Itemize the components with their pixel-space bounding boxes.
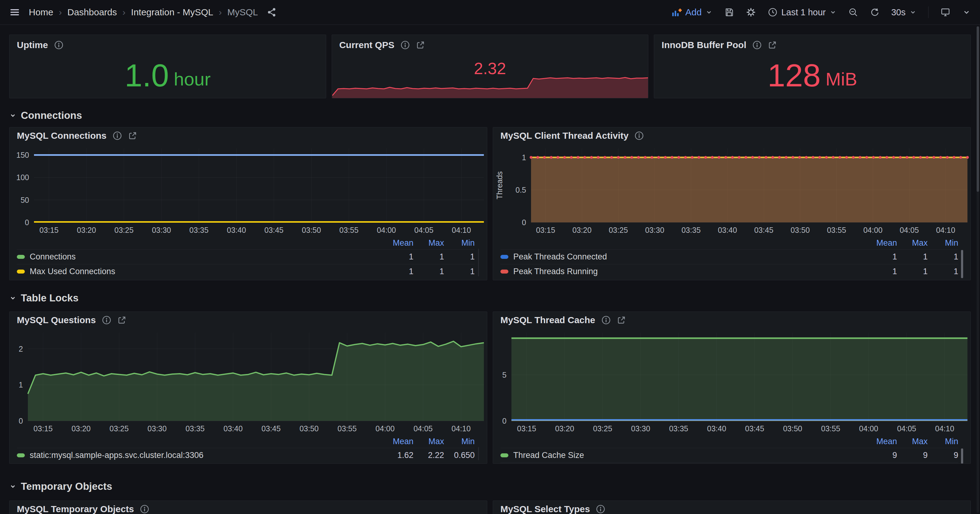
svg-text:03:25: 03:25 (609, 226, 628, 234)
legend-label[interactable]: Max Used Connections (30, 267, 383, 276)
panel-mysql-thread-cache: MySQL Thread Cache 03:1503:2003:2503:300… (493, 312, 971, 464)
magnifier-minus-icon (848, 7, 858, 17)
add-button[interactable]: Add (671, 7, 713, 18)
legend-header-max[interactable]: Max (414, 238, 444, 248)
panel-title[interactable]: InnoDB Buffer Pool (662, 40, 746, 50)
svg-text:03:40: 03:40 (224, 424, 243, 433)
refresh-button[interactable] (870, 7, 880, 17)
svg-text:03:25: 03:25 (593, 424, 612, 433)
panel-title[interactable]: MySQL Client Thread Activity (500, 130, 628, 141)
panel-title[interactable]: MySQL Connections (17, 130, 107, 141)
menu-button[interactable] (9, 7, 20, 18)
section-header-temporary-objects[interactable]: Temporary Objects (9, 480, 971, 493)
svg-text:2: 2 (19, 345, 23, 353)
legend-header-mean[interactable]: Mean (383, 238, 414, 248)
svg-text:03:45: 03:45 (264, 226, 283, 234)
svg-text:Threads: Threads (495, 171, 504, 199)
info-icon[interactable] (140, 504, 149, 514)
legend-header-min[interactable]: Min (444, 238, 475, 248)
legend-header-max[interactable]: Max (414, 437, 444, 446)
legend-label[interactable]: static:mysql.sample-apps.svc.cluster.loc… (30, 450, 383, 460)
svg-text:03:30: 03:30 (148, 424, 167, 433)
legend-header-min[interactable]: Min (928, 437, 958, 446)
panel-title[interactable]: MySQL Questions (17, 315, 96, 325)
chevron-down-icon (9, 294, 16, 302)
kiosk-mode-button[interactable] (940, 7, 951, 18)
legend-header-mean[interactable]: Mean (383, 437, 414, 446)
info-icon[interactable] (102, 315, 111, 325)
chart-mysql-client-thread-activity[interactable]: 03:1503:2003:2503:3003:3503:4003:4503:50… (493, 144, 970, 237)
info-icon[interactable] (596, 504, 605, 514)
legend-value-max: 2.22 (414, 450, 444, 460)
svg-text:03:40: 03:40 (707, 424, 726, 433)
legend-scrollbar[interactable] (478, 249, 479, 276)
legend-scrollbar[interactable] (961, 449, 963, 464)
legend-header-mean[interactable]: Mean (866, 238, 897, 248)
chart-mysql-connections[interactable]: 03:1503:2003:2503:3003:3503:4003:4503:50… (10, 144, 487, 237)
svg-text:03:35: 03:35 (669, 424, 689, 433)
legend-row: Peak Threads Running 1 1 1 (500, 264, 958, 279)
legend: Mean Max Min static:mysql.sample-apps.sv… (10, 435, 487, 463)
save-dashboard-button[interactable] (724, 7, 734, 17)
svg-text:03:35: 03:35 (681, 226, 701, 234)
panel-title[interactable]: MySQL Select Types (500, 504, 590, 514)
time-range-picker[interactable]: Last 1 hour (768, 7, 837, 18)
panel-mysql-questions: MySQL Questions 03:1503:2003:2503:3003:3… (9, 312, 487, 464)
external-link-icon[interactable] (128, 131, 137, 140)
chart-mysql-thread-cache[interactable]: 03:1503:2003:2503:3003:3503:4003:4503:50… (493, 328, 970, 435)
nav-overflow-button[interactable] (962, 8, 971, 16)
info-icon[interactable] (54, 40, 64, 49)
legend-swatch (17, 454, 25, 457)
panel-mysql-select-types: MySQL Select Types (493, 501, 971, 514)
legend-header-min[interactable]: Min (444, 437, 475, 446)
breadcrumb-item-home[interactable]: Home (29, 7, 53, 18)
external-link-icon[interactable] (617, 315, 626, 325)
legend-label[interactable]: Connections (30, 252, 383, 262)
external-link-icon[interactable] (768, 40, 777, 49)
legend-scrollbar[interactable] (478, 447, 479, 460)
breadcrumb-item-integration-mysql[interactable]: Integration - MySQL (131, 7, 213, 18)
legend-swatch (500, 454, 508, 457)
legend-header-min[interactable]: Min (928, 238, 958, 248)
section-header-connections[interactable]: Connections (9, 109, 971, 122)
panel-title[interactable]: MySQL Temporary Objects (17, 504, 134, 514)
breadcrumb-item-dashboards[interactable]: Dashboards (67, 7, 117, 18)
svg-text:0: 0 (502, 417, 506, 425)
legend-header-max[interactable]: Max (897, 238, 928, 248)
info-icon[interactable] (635, 131, 644, 140)
info-icon[interactable] (601, 315, 611, 325)
zoom-out-button[interactable] (848, 7, 858, 17)
scrollbar-thumb[interactable] (977, 26, 979, 192)
panel-title[interactable]: Uptime (17, 40, 48, 50)
chart-mysql-questions[interactable]: 03:1503:2003:2503:3003:3503:4003:4503:50… (10, 328, 487, 435)
dashboard-settings-button[interactable] (746, 7, 756, 18)
external-link-icon[interactable] (117, 315, 126, 325)
info-icon[interactable] (752, 40, 762, 49)
legend-scrollbar[interactable] (961, 250, 963, 278)
legend-header-mean[interactable]: Mean (866, 437, 897, 446)
info-icon[interactable] (401, 40, 410, 49)
svg-text:04:00: 04:00 (863, 226, 883, 234)
refresh-interval-dropdown[interactable]: 30s (891, 7, 916, 18)
panel-title[interactable]: MySQL Thread Cache (500, 315, 595, 325)
svg-text:5: 5 (502, 371, 506, 379)
breadcrumb-item-current: MySQL (227, 7, 258, 18)
legend: Mean Max Min Peak Threads Connected 1 1 … (493, 237, 970, 279)
info-icon[interactable] (113, 131, 122, 140)
panel-title[interactable]: Current QPS (339, 40, 395, 50)
legend-header-max[interactable]: Max (897, 437, 928, 446)
svg-text:150: 150 (16, 151, 29, 159)
section-header-table-locks[interactable]: Table Locks (9, 292, 971, 304)
legend-value-mean: 1 (866, 267, 897, 276)
legend-label[interactable]: Peak Threads Connected (513, 252, 866, 262)
svg-text:04:05: 04:05 (900, 226, 919, 234)
innodb-unit: MiB (826, 62, 857, 89)
svg-text:03:20: 03:20 (72, 424, 91, 433)
page-scrollbar[interactable] (977, 26, 979, 513)
svg-text:03:55: 03:55 (827, 226, 846, 234)
legend-label[interactable]: Thread Cache Size (513, 450, 866, 460)
share-dashboard-button[interactable] (266, 7, 277, 18)
legend-label[interactable]: Peak Threads Running (513, 267, 866, 276)
external-link-icon[interactable] (416, 40, 425, 49)
panel-mysql-temporary-objects: MySQL Temporary Objects (9, 501, 487, 514)
